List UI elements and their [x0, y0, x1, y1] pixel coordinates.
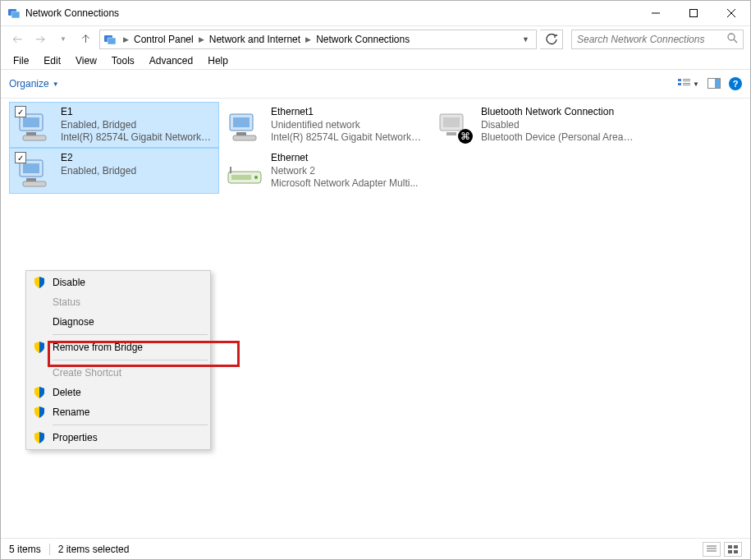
shield-icon: [33, 406, 46, 419]
location-icon: [103, 33, 117, 46]
connection-tile-e2[interactable]: ✓ E2 Enabled, Bridged: [9, 148, 219, 194]
preview-pane-button[interactable]: [707, 78, 721, 90]
connection-name: E1: [61, 106, 213, 119]
svg-rect-30: [23, 163, 39, 173]
svg-rect-42: [728, 550, 732, 553]
menu-view[interactable]: View: [68, 53, 104, 68]
svg-point-8: [728, 34, 735, 40]
search-input[interactable]: [577, 34, 726, 45]
address-bar: 🡠 🡢 ▼ 🡡 ▶ Control Panel ▶ Network and In…: [1, 25, 750, 52]
connection-tile-bluetooth[interactable]: ⌘ Bluetooth Network Connection Disabled …: [429, 102, 639, 148]
ctx-label: Rename: [53, 406, 89, 418]
connection-adapter: Bluetooth Device (Personal Area ...: [481, 131, 634, 144]
connection-status: Network 2: [271, 165, 418, 178]
view-options-button[interactable]: ▼: [678, 78, 699, 90]
refresh-button[interactable]: [540, 30, 563, 49]
ctx-label: Diagnose: [53, 316, 94, 328]
connection-name: E2: [61, 152, 136, 165]
svg-rect-41: [734, 545, 738, 549]
menu-edit[interactable]: Edit: [36, 53, 68, 68]
connection-list: ✓ E1 Enabled, Bridged Intel(R) 82574L Gi…: [1, 98, 750, 553]
toolbar: Organize ▼ ▼ ?: [1, 70, 750, 98]
ctx-diagnose[interactable]: Diagnose: [28, 312, 208, 332]
connection-name: Ethernet: [271, 152, 418, 165]
connection-adapter: Microsoft Network Adapter Multi...: [271, 177, 418, 190]
modem-icon: [225, 152, 264, 191]
menubar: File Edit View Tools Advanced Help: [1, 52, 750, 70]
svg-rect-14: [683, 83, 690, 84]
chevron-right-icon[interactable]: ▶: [120, 35, 132, 44]
connection-status: Enabled, Bridged: [61, 165, 136, 178]
svg-rect-12: [683, 79, 690, 80]
connection-tile-e1[interactable]: ✓ E1 Enabled, Bridged Intel(R) 82574L Gi…: [9, 102, 219, 148]
separator: [53, 334, 208, 335]
ctx-disable[interactable]: Disable: [28, 273, 208, 292]
svg-rect-17: [715, 79, 720, 88]
chevron-right-icon[interactable]: ▶: [302, 35, 314, 44]
chevron-down-icon: ▼: [53, 80, 59, 88]
ctx-delete[interactable]: Delete: [28, 383, 208, 402]
connection-name: Bluetooth Network Connection: [481, 106, 634, 119]
breadcrumb-item[interactable]: Network and Internet: [208, 34, 302, 45]
back-button[interactable]: 🡠: [7, 30, 27, 49]
svg-rect-10: [678, 79, 681, 81]
connection-status: Unidentified network: [271, 119, 424, 132]
ctx-properties[interactable]: Properties: [28, 428, 208, 448]
minimize-button[interactable]: [637, 1, 675, 25]
svg-rect-13: [683, 80, 690, 81]
connection-status: Enabled, Bridged: [61, 119, 213, 132]
organize-button[interactable]: Organize ▼: [9, 78, 59, 90]
connection-tile-ethernet1[interactable]: Ethernet1 Unidentified network Intel(R) …: [219, 102, 429, 148]
up-button[interactable]: 🡡: [76, 30, 96, 49]
context-menu: Disable Status Diagnose Remove from Brid…: [25, 270, 211, 450]
svg-rect-20: [26, 132, 36, 135]
ctx-rename[interactable]: Rename: [28, 402, 208, 422]
menu-help[interactable]: Help: [200, 53, 236, 68]
ctx-label: Remove from Bridge: [53, 342, 143, 353]
connection-adapter: Intel(R) 82574L Gigabit Network C...: [61, 131, 213, 144]
ctx-remove-bridge[interactable]: Remove from Bridge: [28, 337, 208, 357]
menu-file[interactable]: File: [6, 53, 36, 68]
search-box[interactable]: [571, 30, 744, 49]
address-dropdown[interactable]: ▼: [519, 35, 533, 44]
connection-name: Ethernet1: [271, 106, 424, 119]
chevron-right-icon[interactable]: ▶: [195, 35, 208, 44]
selected-count: 2 items selected: [58, 544, 130, 555]
maximize-button[interactable]: [675, 1, 712, 25]
close-button[interactable]: [712, 1, 750, 25]
connection-adapter: Intel(R) 82574L Gigabit Network C...: [271, 131, 424, 144]
separator: [49, 544, 50, 555]
svg-rect-27: [443, 117, 460, 127]
shield-icon: [33, 276, 46, 289]
svg-rect-24: [236, 132, 246, 135]
breadcrumb-item[interactable]: Network Connections: [314, 34, 411, 45]
menu-advanced[interactable]: Advanced: [142, 53, 200, 68]
svg-rect-21: [23, 135, 46, 140]
separator: [53, 360, 208, 360]
forward-button[interactable]: 🡢: [30, 30, 50, 49]
window-title: Network Connections: [25, 7, 119, 19]
search-icon[interactable]: [726, 32, 738, 46]
recent-dropdown[interactable]: ▼: [53, 30, 73, 49]
svg-rect-15: [683, 85, 690, 85]
svg-rect-31: [26, 178, 36, 181]
ctx-label: Create Shortcut: [53, 367, 121, 379]
checkbox-icon[interactable]: ✓: [15, 152, 26, 163]
breadcrumb[interactable]: ▶ Control Panel ▶ Network and Internet ▶…: [99, 30, 537, 49]
connection-status: Disabled: [481, 119, 634, 132]
menu-tools[interactable]: Tools: [104, 53, 142, 68]
shield-icon: [33, 341, 46, 354]
connection-tile-ethernet[interactable]: Ethernet Network 2 Microsoft Network Ada…: [219, 148, 429, 194]
bluetooth-icon: ⌘: [458, 129, 473, 144]
shield-icon: [33, 431, 46, 444]
help-button[interactable]: ?: [729, 77, 742, 90]
checkbox-icon[interactable]: ✓: [15, 106, 26, 117]
chevron-down-icon: ▼: [693, 80, 699, 88]
details-view-button[interactable]: [703, 542, 721, 557]
breadcrumb-item[interactable]: Control Panel: [132, 34, 195, 45]
ctx-label: Disable: [53, 277, 85, 288]
shield-icon: [33, 386, 46, 399]
svg-rect-34: [231, 175, 251, 180]
tiles-view-button[interactable]: [724, 542, 742, 557]
organize-label: Organize: [9, 78, 49, 90]
